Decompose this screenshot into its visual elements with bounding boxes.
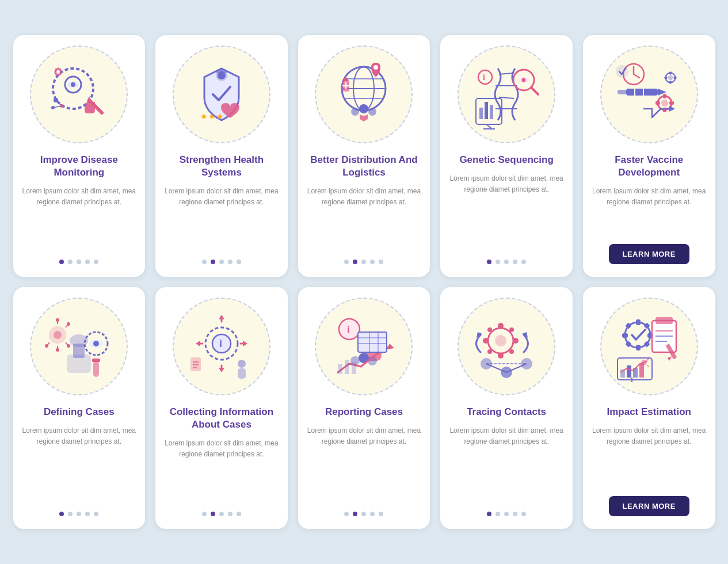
svg-text:★: ★ [200, 112, 208, 121]
svg-point-85 [45, 344, 48, 348]
svg-point-122 [513, 338, 519, 344]
svg-point-81 [67, 344, 70, 348]
svg-rect-113 [358, 332, 387, 352]
dot-4[interactable] [85, 260, 90, 264]
dot-5[interactable] [521, 260, 526, 264]
dot-1[interactable] [59, 512, 64, 516]
dot-2[interactable] [211, 260, 215, 264]
svg-line-47 [486, 124, 492, 129]
svg-point-77 [56, 318, 59, 322]
dot-4[interactable] [370, 260, 375, 264]
card-body-impact-estimation: Lorem ipsum dolor sit dim amet, mea regi… [592, 425, 706, 488]
dot-1[interactable] [344, 512, 349, 516]
dot-3[interactable] [219, 512, 224, 516]
svg-rect-62 [669, 72, 672, 75]
dot-2[interactable] [353, 260, 357, 264]
learn-more-button-impact[interactable]: LEARN MORE [609, 496, 689, 516]
dot-1[interactable] [344, 260, 349, 264]
dot-3[interactable] [361, 260, 366, 264]
icon-area-better-distribution [315, 45, 413, 143]
card-title-collecting-info: Collecting Information About Cases [165, 406, 279, 431]
icon-area-impact-estimation [600, 298, 698, 395]
dot-2[interactable] [68, 260, 73, 264]
svg-marker-70 [669, 106, 675, 112]
svg-rect-59 [669, 101, 674, 105]
dot-3[interactable] [504, 260, 509, 264]
card-defining-cases: Defining Cases Lorem ipsum dolor sit dim… [13, 287, 146, 529]
icon-area-strengthen-health: ★ ★ ★ [173, 45, 270, 143]
dot-3[interactable] [504, 512, 509, 516]
dots-defining-cases [59, 512, 98, 516]
dot-4[interactable] [513, 260, 517, 264]
card-impact-estimation: Impact Estimation Lorem ipsum dolor sit … [583, 287, 715, 529]
dot-1[interactable] [487, 260, 491, 264]
dot-5[interactable] [237, 260, 241, 264]
dot-3[interactable] [77, 512, 81, 516]
icon-area-tracing-contacts [458, 298, 555, 395]
defining-cases-icon [41, 309, 116, 384]
svg-point-79 [67, 322, 70, 326]
strengthen-health-icon: ★ ★ ★ [184, 57, 259, 132]
svg-marker-96 [219, 368, 224, 372]
svg-rect-138 [636, 345, 641, 350]
dot-4[interactable] [513, 512, 517, 516]
dot-4[interactable] [228, 512, 232, 516]
card-body-defining-cases: Lorem ipsum dolor sit dim amet, mea regi… [22, 425, 136, 502]
svg-marker-97 [196, 341, 200, 346]
dot-3[interactable] [77, 260, 81, 264]
svg-text:★: ★ [208, 112, 216, 121]
dot-4[interactable] [370, 512, 375, 516]
dot-1[interactable] [202, 512, 207, 516]
learn-more-button-vaccine[interactable]: LEARN MORE [609, 244, 689, 264]
dot-5[interactable] [237, 512, 241, 516]
dot-2[interactable] [211, 512, 215, 516]
card-body-improve-disease: Lorem ipsum dolor sit dim amet, mea regi… [22, 186, 136, 250]
card-title-strengthen-health: Strengthen Health Systems [165, 154, 279, 179]
svg-rect-90 [92, 359, 100, 362]
svg-point-26 [351, 108, 359, 116]
svg-rect-89 [93, 361, 99, 377]
dot-2[interactable] [496, 512, 500, 516]
icon-area-faster-vaccine [600, 45, 698, 143]
svg-point-75 [54, 331, 62, 339]
svg-text:i: i [347, 324, 350, 336]
svg-point-125 [509, 349, 514, 354]
card-reporting-cases: i Reporting C [298, 287, 430, 529]
svg-point-121 [483, 338, 489, 344]
dot-1[interactable] [59, 260, 64, 264]
svg-point-126 [487, 349, 492, 354]
card-title-reporting-cases: Reporting Cases [325, 406, 403, 418]
dot-1[interactable] [202, 260, 207, 264]
dot-5[interactable] [94, 260, 98, 264]
dot-5[interactable] [521, 512, 526, 516]
dot-2[interactable] [496, 260, 500, 264]
svg-rect-154 [627, 365, 631, 378]
svg-rect-51 [618, 90, 628, 94]
dot-3[interactable] [361, 512, 366, 516]
card-title-improve-disease: Improve Disease Monitoring [22, 154, 136, 179]
icon-area-reporting-cases: i [315, 298, 413, 395]
dot-1[interactable] [487, 512, 491, 516]
svg-point-124 [509, 327, 514, 332]
dot-2[interactable] [68, 512, 73, 516]
card-title-impact-estimation: Impact Estimation [607, 406, 691, 418]
svg-point-55 [661, 100, 668, 106]
dot-3[interactable] [219, 260, 224, 264]
svg-rect-56 [663, 94, 666, 98]
dot-5[interactable] [379, 260, 383, 264]
card-title-defining-cases: Defining Cases [44, 406, 115, 418]
dots-collecting-info [202, 512, 241, 516]
dot-5[interactable] [379, 512, 383, 516]
dot-2[interactable] [353, 512, 357, 516]
svg-point-28 [368, 108, 376, 116]
dots-strengthen-health [202, 260, 241, 264]
dot-5[interactable] [94, 512, 98, 516]
card-better-distribution: Better Distribution And Logistics Lorem … [298, 35, 430, 277]
svg-rect-112 [352, 362, 356, 374]
dot-4[interactable] [85, 512, 90, 516]
svg-point-123 [487, 327, 492, 332]
dot-4[interactable] [228, 260, 232, 264]
svg-text:★: ★ [216, 112, 224, 121]
card-title-genetic-sequencing: Genetic Sequencing [459, 154, 553, 166]
svg-marker-151 [668, 356, 672, 361]
